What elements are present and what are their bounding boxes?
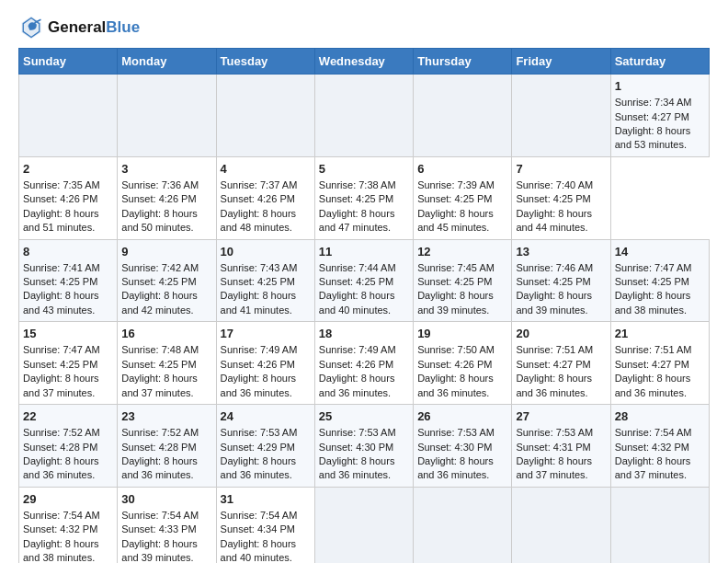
calendar-body: 1Sunrise: 7:34 AMSunset: 4:27 PMDaylight… (19, 75, 710, 564)
day-cell: 13Sunrise: 7:46 AMSunset: 4:25 PMDayligh… (512, 239, 610, 322)
day-number: 9 (121, 244, 211, 260)
sunrise: Sunrise: 7:39 AM (417, 179, 495, 190)
daylight: Daylight: 8 hours and 39 minutes. (516, 290, 592, 315)
sunrise: Sunrise: 7:49 AM (319, 344, 396, 355)
day-cell: 24Sunrise: 7:53 AMSunset: 4:29 PMDayligh… (216, 405, 314, 488)
sunrise: Sunrise: 7:49 AM (221, 344, 298, 355)
sunset: Sunset: 4:26 PM (417, 359, 492, 370)
day-cell: 25Sunrise: 7:53 AMSunset: 4:30 PMDayligh… (314, 405, 413, 488)
daylight: Daylight: 8 hours and 44 minutes. (516, 208, 592, 233)
day-cell: 30Sunrise: 7:54 AMSunset: 4:33 PMDayligh… (118, 487, 216, 563)
sunset: Sunset: 4:32 PM (23, 523, 97, 534)
sunset: Sunset: 4:29 PM (221, 442, 295, 453)
daylight: Daylight: 8 hours and 39 minutes. (121, 538, 198, 563)
daylight: Daylight: 8 hours and 36 minutes. (319, 455, 395, 480)
sunrise: Sunrise: 7:36 AM (121, 179, 199, 190)
empty-cell (314, 487, 413, 563)
sunset: Sunset: 4:27 PM (516, 359, 590, 370)
day-header: Thursday (414, 49, 512, 75)
day-number: 22 (23, 408, 113, 425)
daylight: Daylight: 8 hours and 36 minutes. (319, 373, 395, 397)
day-number: 23 (121, 408, 211, 425)
sunrise: Sunrise: 7:53 AM (221, 427, 298, 438)
daylight: Daylight: 8 hours and 36 minutes. (417, 455, 494, 480)
empty-cell (314, 75, 413, 157)
sunset: Sunset: 4:30 PM (417, 442, 492, 453)
day-number: 26 (417, 408, 507, 425)
sunset: Sunset: 4:30 PM (319, 442, 393, 453)
day-number: 3 (121, 161, 211, 178)
sunset: Sunset: 4:26 PM (221, 193, 295, 204)
day-cell: 20Sunrise: 7:51 AMSunset: 4:27 PMDayligh… (512, 322, 610, 405)
daylight: Daylight: 8 hours and 43 minutes. (23, 290, 99, 315)
day-cell: 17Sunrise: 7:49 AMSunset: 4:26 PMDayligh… (216, 322, 314, 405)
day-cell: 22Sunrise: 7:52 AMSunset: 4:28 PMDayligh… (19, 405, 118, 488)
sunrise: Sunrise: 7:38 AM (319, 179, 396, 190)
day-number: 4 (221, 161, 311, 178)
sunrise: Sunrise: 7:44 AM (319, 262, 396, 273)
sunrise: Sunrise: 7:53 AM (417, 427, 495, 438)
day-cell: 9Sunrise: 7:42 AMSunset: 4:25 PMDaylight… (118, 239, 216, 322)
sunrise: Sunrise: 7:50 AM (417, 344, 495, 355)
sunrise: Sunrise: 7:37 AM (221, 179, 298, 190)
day-number: 24 (221, 408, 311, 425)
day-number: 13 (516, 244, 606, 260)
sunset: Sunset: 4:27 PM (615, 359, 689, 370)
sunrise: Sunrise: 7:41 AM (23, 262, 100, 273)
day-cell: 5Sunrise: 7:38 AMSunset: 4:25 PMDaylight… (314, 156, 413, 239)
day-number: 20 (516, 326, 606, 342)
day-header: Sunday (19, 49, 118, 75)
day-cell: 12Sunrise: 7:45 AMSunset: 4:25 PMDayligh… (414, 239, 512, 322)
daylight: Daylight: 8 hours and 38 minutes. (23, 538, 99, 563)
sunset: Sunset: 4:25 PM (23, 359, 97, 370)
daylight: Daylight: 8 hours and 37 minutes. (516, 455, 592, 480)
sunrise: Sunrise: 7:34 AM (615, 97, 692, 108)
sunset: Sunset: 4:34 PM (221, 523, 295, 534)
sunrise: Sunrise: 7:40 AM (516, 179, 593, 190)
day-cell: 6Sunrise: 7:39 AMSunset: 4:25 PMDaylight… (414, 156, 512, 239)
sunrise: Sunrise: 7:35 AM (23, 179, 100, 190)
daylight: Daylight: 8 hours and 36 minutes. (516, 373, 592, 397)
day-cell: 16Sunrise: 7:48 AMSunset: 4:25 PMDayligh… (118, 322, 216, 405)
daylight: Daylight: 8 hours and 37 minutes. (23, 373, 99, 397)
empty-cell (19, 75, 118, 157)
daylight: Daylight: 8 hours and 36 minutes. (221, 455, 297, 480)
day-cell: 3Sunrise: 7:36 AMSunset: 4:26 PMDaylight… (118, 156, 216, 239)
sunrise: Sunrise: 7:52 AM (23, 427, 100, 438)
day-number: 29 (23, 491, 113, 508)
day-cell: 29Sunrise: 7:54 AMSunset: 4:32 PMDayligh… (19, 487, 118, 563)
day-header: Wednesday (314, 49, 413, 75)
daylight: Daylight: 8 hours and 40 minutes. (221, 538, 297, 563)
day-number: 11 (319, 244, 409, 260)
sunset: Sunset: 4:26 PM (121, 193, 196, 204)
sunrise: Sunrise: 7:47 AM (615, 262, 692, 273)
sunrise: Sunrise: 7:42 AM (121, 262, 199, 273)
daylight: Daylight: 8 hours and 36 minutes. (23, 455, 99, 480)
sunset: Sunset: 4:28 PM (23, 442, 97, 453)
daylight: Daylight: 8 hours and 53 minutes. (615, 125, 691, 150)
sunset: Sunset: 4:25 PM (319, 193, 393, 204)
day-cell: 31Sunrise: 7:54 AMSunset: 4:34 PMDayligh… (216, 487, 314, 563)
sunset: Sunset: 4:25 PM (23, 276, 97, 287)
sunset: Sunset: 4:25 PM (221, 276, 295, 287)
day-number: 28 (615, 408, 705, 425)
empty-cell (610, 487, 709, 563)
sunset: Sunset: 4:25 PM (615, 276, 689, 287)
daylight: Daylight: 8 hours and 48 minutes. (221, 208, 297, 233)
daylight: Daylight: 8 hours and 42 minutes. (121, 290, 198, 315)
calendar-header: SundayMondayTuesdayWednesdayThursdayFrid… (19, 49, 710, 75)
daylight: Daylight: 8 hours and 41 minutes. (221, 290, 297, 315)
day-cell: 4Sunrise: 7:37 AMSunset: 4:26 PMDaylight… (216, 156, 314, 239)
day-cell: 1Sunrise: 7:34 AMSunset: 4:27 PMDaylight… (610, 75, 709, 157)
day-number: 16 (121, 326, 211, 342)
sunrise: Sunrise: 7:54 AM (615, 427, 692, 438)
sunset: Sunset: 4:28 PM (121, 442, 196, 453)
day-number: 15 (23, 326, 113, 342)
sunset: Sunset: 4:25 PM (417, 276, 492, 287)
sunrise: Sunrise: 7:46 AM (516, 262, 593, 273)
day-number: 8 (23, 244, 113, 260)
day-header: Tuesday (216, 49, 314, 75)
sunset: Sunset: 4:25 PM (417, 193, 492, 204)
day-cell: 19Sunrise: 7:50 AMSunset: 4:26 PMDayligh… (414, 322, 512, 405)
sunrise: Sunrise: 7:54 AM (23, 510, 100, 521)
